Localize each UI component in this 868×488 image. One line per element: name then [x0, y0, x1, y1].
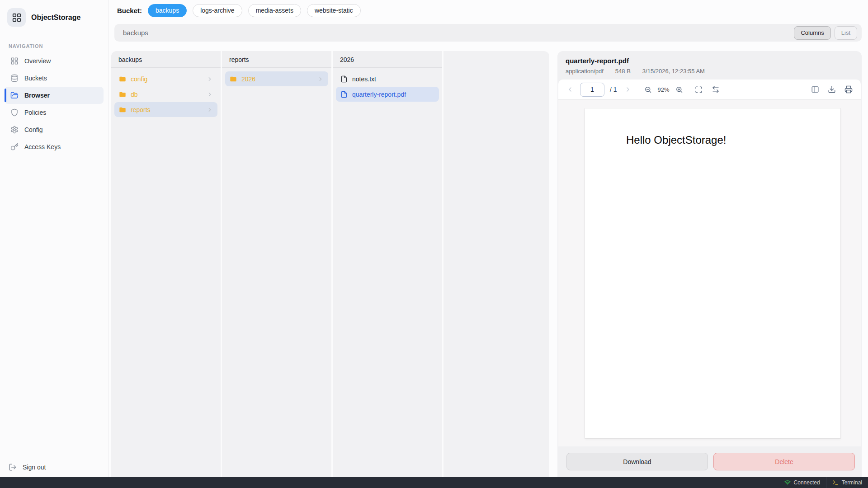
- chevron-right-icon: [207, 76, 213, 82]
- sidebar-item-label: Policies: [24, 109, 46, 116]
- download-file-button[interactable]: [828, 85, 836, 94]
- bucket-pill-logs-archive[interactable]: logs-archive: [193, 4, 242, 17]
- bucket-bar: Bucket: backups logs-archive media-asset…: [108, 0, 868, 21]
- fullscreen-icon: [695, 86, 703, 94]
- pdf-page: Hello ObjectStorage!: [585, 108, 840, 438]
- fullscreen-button[interactable]: [695, 86, 703, 94]
- shield-icon: [10, 108, 19, 117]
- content-area: backups config db: [111, 51, 862, 477]
- file-icon: [340, 91, 348, 98]
- file-icon: [340, 75, 348, 83]
- column-header: reports: [222, 51, 331, 68]
- chevron-left-icon: [566, 86, 574, 93]
- sidebar-item-config[interactable]: Config: [5, 121, 104, 138]
- sidebar-item-browser[interactable]: Browser: [5, 87, 104, 104]
- key-icon: [10, 143, 19, 151]
- sidebar-item-label: Browser: [24, 92, 50, 99]
- sign-out-icon: [9, 463, 17, 471]
- file-detail-header: quarterly-report.pdf application/pdf 548…: [557, 51, 862, 80]
- bucket-pill-media-assets[interactable]: media-assets: [248, 4, 301, 17]
- app-title: ObjectStorage: [31, 14, 80, 22]
- print-button[interactable]: [844, 85, 853, 94]
- browser-column-reports: reports 2026: [222, 51, 333, 477]
- sidebar: ObjectStorage NAVIGATION Overview Bucket…: [0, 0, 108, 477]
- zoom-level: 92%: [658, 86, 670, 93]
- sign-out-button[interactable]: Sign out: [0, 457, 108, 477]
- gear-icon: [10, 126, 19, 134]
- zoom-controls: 92%: [644, 86, 683, 94]
- swap-horizontal-icon: [712, 85, 720, 94]
- sidebar-item-label: Buckets: [24, 75, 47, 82]
- detail-file-name: quarterly-report.pdf: [566, 57, 854, 65]
- column-header: 2026: [333, 51, 442, 68]
- delete-button[interactable]: Delete: [713, 453, 855, 470]
- zoom-in-icon: [675, 86, 683, 94]
- app-logo: ObjectStorage: [0, 0, 108, 35]
- status-bar: Connected Terminal: [0, 477, 868, 488]
- file-name: notes.txt: [352, 75, 376, 83]
- app-window: ObjectStorage NAVIGATION Overview Bucket…: [0, 0, 868, 477]
- page-number-input[interactable]: [580, 83, 604, 97]
- terminal-icon: [832, 479, 839, 486]
- grid-icon: [12, 13, 22, 23]
- bucket-pill-backups[interactable]: backups: [148, 4, 187, 17]
- rotate-swap-button[interactable]: [712, 85, 720, 94]
- nav-list: Overview Buckets Browser Policies Config…: [0, 52, 108, 155]
- connection-status: Connected: [778, 477, 826, 488]
- sidebar-item-label: Overview: [24, 57, 51, 65]
- sidebar-toggle-button[interactable]: [811, 85, 819, 94]
- breadcrumb: backups: [123, 29, 148, 37]
- detail-file-meta: application/pdf 548 B 3/15/2026, 12:23:5…: [566, 68, 854, 75]
- download-icon: [828, 85, 836, 94]
- pdf-viewer-area[interactable]: Hello ObjectStorage!: [558, 100, 861, 446]
- nav-section-label: NAVIGATION: [9, 43, 108, 49]
- panel-left-icon: [811, 85, 819, 94]
- folder-row-reports[interactable]: reports: [114, 102, 217, 117]
- prev-page-button[interactable]: [566, 86, 574, 93]
- list-view-button[interactable]: List: [835, 26, 857, 40]
- database-icon: [10, 74, 19, 82]
- zoom-out-button[interactable]: [644, 86, 652, 94]
- column-items: config db reports: [111, 68, 221, 121]
- file-row-notes-txt[interactable]: notes.txt: [336, 71, 439, 86]
- page-count: / 1: [610, 86, 617, 93]
- view-toggle: Columns List: [794, 26, 857, 40]
- chevron-right-icon: [624, 86, 632, 93]
- folder-row-db[interactable]: db: [114, 87, 217, 102]
- modified-timestamp: 3/15/2026, 12:23:55 AM: [642, 68, 705, 75]
- sidebar-item-buckets[interactable]: Buckets: [5, 70, 104, 87]
- browser-column-backups: backups config db: [111, 51, 222, 477]
- next-page-button[interactable]: [624, 86, 632, 93]
- detail-actions: Download Delete: [557, 446, 862, 477]
- column-items: notes.txt quarterly-report.pdf: [333, 68, 442, 106]
- column-header: backups: [111, 51, 221, 68]
- folder-icon: [119, 75, 126, 83]
- terminal-label: Terminal: [842, 479, 862, 486]
- folder-open-icon: [10, 91, 19, 99]
- bucket-label: Bucket:: [117, 7, 142, 14]
- columns-view-button[interactable]: Columns: [794, 26, 830, 40]
- folder-name: reports: [131, 106, 151, 113]
- zoom-out-icon: [644, 86, 652, 94]
- sidebar-item-access-keys[interactable]: Access Keys: [5, 138, 104, 155]
- folder-icon: [230, 75, 237, 83]
- folder-name: config: [131, 75, 147, 83]
- folder-row-2026[interactable]: 2026: [225, 71, 328, 86]
- zoom-in-button[interactable]: [675, 86, 683, 94]
- pdf-toolbar: / 1 92%: [558, 80, 861, 100]
- terminal-status[interactable]: Terminal: [826, 477, 868, 488]
- connection-label: Connected: [794, 479, 820, 486]
- file-row-quarterly-report-pdf[interactable]: quarterly-report.pdf: [336, 87, 439, 102]
- download-button[interactable]: Download: [566, 453, 708, 470]
- sidebar-item-overview[interactable]: Overview: [5, 52, 104, 70]
- bucket-pill-website-static[interactable]: website-static: [307, 4, 361, 17]
- sidebar-item-policies[interactable]: Policies: [5, 104, 104, 121]
- folder-row-config[interactable]: config: [114, 71, 217, 86]
- content-type: application/pdf: [566, 68, 604, 75]
- chevron-right-icon: [207, 107, 213, 113]
- folder-name: db: [131, 91, 138, 98]
- wifi-icon: [784, 479, 791, 486]
- file-detail-panel: quarterly-report.pdf application/pdf 548…: [557, 51, 862, 477]
- sign-out-label: Sign out: [23, 464, 46, 471]
- sidebar-item-label: Access Keys: [24, 143, 61, 150]
